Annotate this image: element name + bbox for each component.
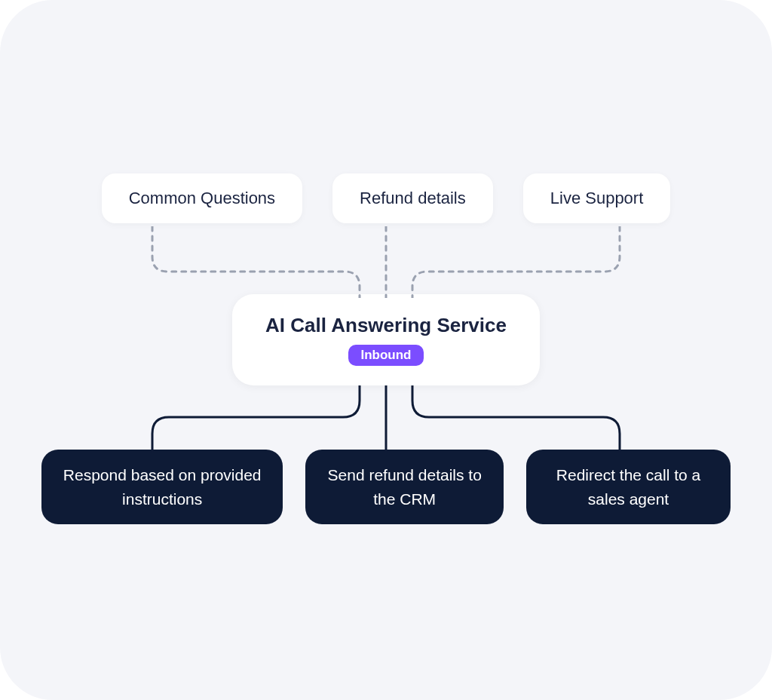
- top-connectors: [0, 226, 772, 294]
- input-label: Refund details: [360, 189, 466, 207]
- center-title: AI Call Answering Service: [265, 314, 507, 337]
- input-label: Common Questions: [129, 189, 275, 207]
- output-label: Respond based on provided instructions: [63, 466, 262, 508]
- output-card-respond: Respond based on provided instructions: [41, 450, 283, 524]
- input-label: Live Support: [550, 189, 644, 207]
- output-label: Redirect the call to a sales agent: [556, 466, 700, 508]
- output-card-redirect: Redirect the call to a sales agent: [526, 450, 731, 524]
- output-row: Respond based on provided instructions S…: [0, 450, 772, 524]
- input-row: Common Questions Refund details Live Sup…: [0, 173, 772, 223]
- input-card-live-support: Live Support: [523, 173, 671, 223]
- bottom-connectors: [0, 385, 772, 450]
- inbound-badge: Inbound: [348, 345, 423, 366]
- output-card-refund: Send refund details to the CRM: [305, 450, 504, 524]
- center-card: AI Call Answering Service Inbound: [232, 294, 540, 385]
- output-label: Send refund details to the CRM: [328, 466, 482, 508]
- input-card-refund-details: Refund details: [332, 173, 493, 223]
- input-card-common-questions: Common Questions: [102, 173, 302, 223]
- diagram-container: Common Questions Refund details Live Sup…: [0, 0, 772, 700]
